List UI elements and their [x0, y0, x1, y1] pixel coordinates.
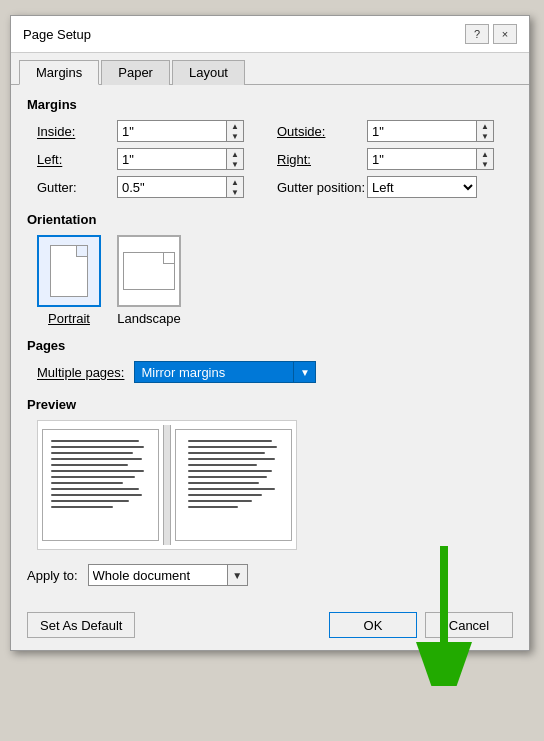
landscape-option[interactable]: Landscape	[117, 235, 181, 326]
preview-left-page	[42, 429, 159, 541]
outside-label: Outside:	[277, 124, 367, 139]
preview-section-label: Preview	[27, 397, 513, 412]
right-spinner: ▲ ▼	[367, 148, 497, 170]
preview-right-lines	[188, 440, 287, 532]
preview-box	[37, 420, 297, 550]
portrait-icon[interactable]	[37, 235, 101, 307]
title-bar: Page Setup ? ×	[11, 16, 529, 53]
multiple-pages-arrow[interactable]: ▼	[294, 361, 316, 383]
gutter-up-btn[interactable]: ▲	[227, 177, 243, 187]
left-up-btn[interactable]: ▲	[227, 149, 243, 159]
right-input[interactable]	[367, 148, 477, 170]
margins-section-label: Margins	[27, 97, 513, 112]
cancel-button[interactable]: Cancel	[425, 612, 513, 638]
left-input[interactable]	[117, 148, 227, 170]
landscape-paper	[123, 252, 175, 290]
gutter-down-btn[interactable]: ▼	[227, 187, 243, 197]
gutter-label: Gutter:	[37, 180, 117, 195]
right-down-btn[interactable]: ▼	[477, 159, 493, 169]
inside-spinner: ▲ ▼	[117, 120, 257, 142]
outside-up-btn[interactable]: ▲	[477, 121, 493, 131]
inside-down-btn[interactable]: ▼	[227, 131, 243, 141]
help-button[interactable]: ?	[465, 24, 489, 44]
ok-button[interactable]: OK	[329, 612, 417, 638]
preview-section: Preview	[27, 397, 513, 550]
pages-section-label: Pages	[27, 338, 513, 353]
multiple-pages-label: Multiple pages:	[37, 365, 124, 380]
landscape-label: Landscape	[117, 311, 181, 326]
dialog-title: Page Setup	[23, 27, 91, 42]
dialog-body: Margins Inside: ▲ ▼ Outside: ▲ ▼ L	[11, 85, 529, 612]
gutter-input[interactable]	[117, 176, 227, 198]
tab-strip: Margins Paper Layout	[11, 53, 529, 85]
apply-to-select[interactable]: Whole document This section This point f…	[88, 564, 228, 586]
preview-right-page	[175, 429, 292, 541]
landscape-icon[interactable]	[117, 235, 181, 307]
gutter-spinner: ▲ ▼	[117, 176, 257, 198]
apply-row: Apply to: Whole document This section Th…	[27, 564, 513, 586]
margins-grid: Inside: ▲ ▼ Outside: ▲ ▼ Left:	[37, 120, 513, 198]
left-spinner: ▲ ▼	[117, 148, 257, 170]
orientation-options: Portrait Landscape	[37, 235, 513, 326]
left-down-btn[interactable]: ▼	[227, 159, 243, 169]
preview-spine	[163, 425, 171, 545]
apply-to-wrapper: Whole document This section This point f…	[88, 564, 248, 586]
multiple-pages-select[interactable]: Mirror margins	[134, 361, 294, 383]
tab-paper[interactable]: Paper	[101, 60, 170, 85]
inside-label: Inside:	[37, 124, 117, 139]
pages-row: Multiple pages: Mirror margins ▼	[37, 361, 513, 383]
close-button[interactable]: ×	[493, 24, 517, 44]
right-up-btn[interactable]: ▲	[477, 149, 493, 159]
outside-input[interactable]	[367, 120, 477, 142]
preview-left-lines	[51, 440, 154, 532]
page-setup-dialog: Page Setup ? × Margins Paper Layout Marg…	[10, 15, 530, 651]
gutter-position-wrapper: Left Top	[367, 176, 497, 198]
outside-down-btn[interactable]: ▼	[477, 131, 493, 141]
inside-up-btn[interactable]: ▲	[227, 121, 243, 131]
set-as-default-button[interactable]: Set As Default	[27, 612, 135, 638]
portrait-label: Portrait	[48, 311, 90, 326]
gutter-position-label: Gutter position:	[277, 180, 367, 195]
gutter-position-select[interactable]: Left Top	[367, 176, 477, 198]
right-label: Right:	[277, 152, 367, 167]
inside-input[interactable]	[117, 120, 227, 142]
tab-layout[interactable]: Layout	[172, 60, 245, 85]
outside-spinner: ▲ ▼	[367, 120, 497, 142]
tab-margins[interactable]: Margins	[19, 60, 99, 85]
left-label: Left:	[37, 152, 117, 167]
apply-to-arrow[interactable]: ▼	[228, 564, 248, 586]
orientation-section-label: Orientation	[27, 212, 513, 227]
dialog-footer: Set As Default OK Cancel	[11, 612, 529, 650]
portrait-option[interactable]: Portrait	[37, 235, 101, 326]
pages-section: Pages Multiple pages: Mirror margins ▼	[27, 338, 513, 383]
orientation-section: Orientation Portrait Landscape	[27, 212, 513, 326]
apply-to-label: Apply to:	[27, 568, 78, 583]
portrait-paper	[50, 245, 88, 297]
multiple-pages-wrapper: Mirror margins ▼	[134, 361, 316, 383]
